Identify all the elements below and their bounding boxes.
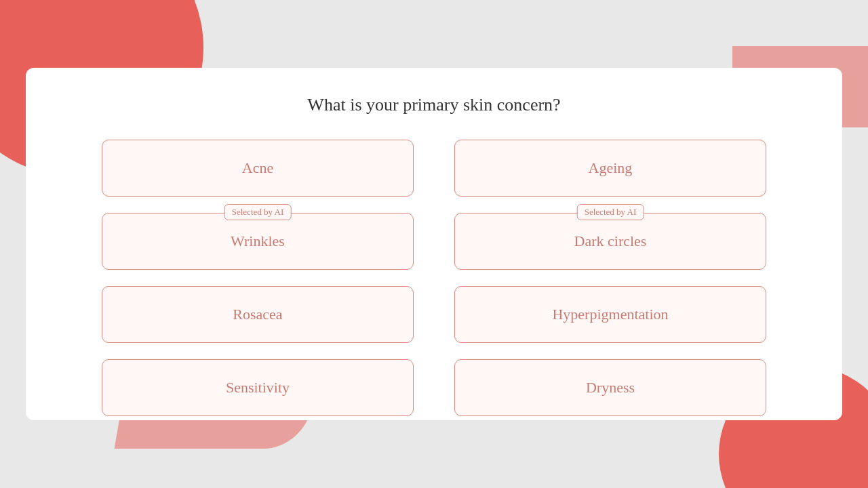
option-label-hyperpigmentation: Hyperpigmentation	[552, 306, 668, 323]
options-grid: AcneAgeingSelected by AIWrinklesSelected…	[102, 140, 766, 416]
option-btn-hyperpigmentation[interactable]: Hyperpigmentation	[454, 286, 766, 343]
ai-badge-dark-circles: Selected by AI	[577, 204, 644, 220]
option-btn-rosacea[interactable]: Rosacea	[102, 286, 414, 343]
option-btn-dryness[interactable]: Dryness	[454, 359, 766, 416]
option-btn-acne[interactable]: Acne	[102, 140, 414, 197]
option-label-wrinkles: Wrinkles	[231, 232, 285, 250]
option-label-acne: Acne	[242, 159, 273, 177]
option-label-ageing: Ageing	[589, 159, 633, 177]
option-label-dryness: Dryness	[586, 379, 635, 396]
ai-badge-wrinkles: Selected by AI	[224, 204, 292, 220]
question-title: What is your primary skin concern?	[307, 95, 560, 115]
option-btn-sensitivity[interactable]: Sensitivity	[102, 359, 414, 416]
main-card: What is your primary skin concern? AcneA…	[26, 68, 842, 420]
option-btn-dark-circles[interactable]: Selected by AIDark circles	[454, 213, 766, 270]
option-label-sensitivity: Sensitivity	[226, 379, 290, 396]
option-label-dark-circles: Dark circles	[574, 232, 647, 250]
option-btn-ageing[interactable]: Ageing	[454, 140, 766, 197]
option-btn-wrinkles[interactable]: Selected by AIWrinkles	[102, 213, 414, 270]
option-label-rosacea: Rosacea	[233, 306, 282, 323]
